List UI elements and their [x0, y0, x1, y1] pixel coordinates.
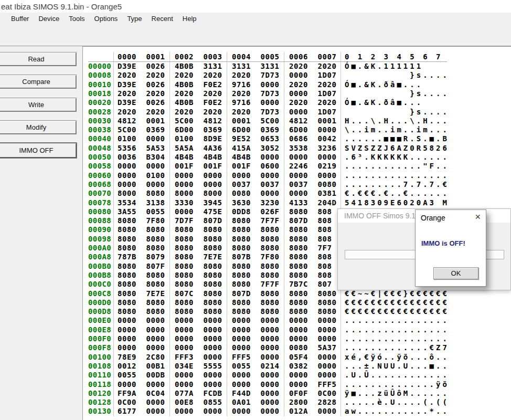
hex-cell[interactable]: 8080	[204, 225, 222, 234]
hex-cell[interactable]: 0000	[318, 125, 337, 134]
hex-cell[interactable]: 00B1	[146, 362, 165, 370]
immo-off-button[interactable]: IMMO OFF	[0, 143, 77, 158]
hex-cell[interactable]: 2020	[118, 71, 136, 79]
hex-cell[interactable]: 2020	[204, 71, 222, 79]
hex-cell[interactable]: 8080	[289, 271, 308, 279]
hex-cell[interactable]: 3A55	[118, 207, 136, 216]
hex-cell[interactable]: 0C04	[146, 389, 165, 397]
hex-cell[interactable]: 0000	[118, 326, 136, 334]
hex-cell[interactable]: 8080	[289, 207, 308, 216]
hex-cell[interactable]: 808	[318, 225, 332, 234]
ascii-cell[interactable]: .........7.7.7.€	[345, 180, 449, 188]
hex-cell[interactable]: 8080	[175, 225, 194, 234]
hex-cell[interactable]: 7D7F	[175, 216, 194, 225]
hex-cell[interactable]: 0000	[232, 326, 251, 334]
hex-cell[interactable]: 2020	[146, 89, 165, 98]
hex-cell[interactable]: 0000	[261, 407, 280, 415]
hex-cell[interactable]: 026F	[261, 207, 280, 216]
hex-cell[interactable]: 8080	[261, 225, 280, 234]
read-button[interactable]: Read	[0, 52, 77, 66]
hex-cell[interactable]: 0000	[289, 171, 308, 180]
hex-cell[interactable]: 0000	[318, 316, 337, 324]
hex-cell[interactable]: 807	[318, 280, 332, 288]
hex-cell[interactable]: 0001	[232, 117, 251, 125]
hex-cell[interactable]: 0080	[232, 189, 251, 197]
ascii-cell[interactable]: Ó■.&K.111111	[345, 62, 423, 70]
hex-cell[interactable]: B304	[146, 153, 165, 161]
hex-cell[interactable]: 5A37	[318, 343, 337, 352]
hex-cell[interactable]: 0000	[175, 180, 194, 188]
hex-cell[interactable]: 8080	[175, 271, 194, 279]
hex-cell[interactable]: 2020	[175, 89, 194, 98]
modify-button[interactable]: Modify	[0, 120, 77, 134]
hex-cell[interactable]: 1D07	[318, 89, 337, 98]
hex-cell[interactable]: 0055	[118, 371, 136, 379]
hex-cell[interactable]: 0000	[318, 326, 337, 334]
hex-cell[interactable]: 0080	[318, 180, 337, 188]
hex-cell[interactable]: 0000	[289, 326, 308, 334]
ascii-cell[interactable]: }s....	[345, 89, 449, 98]
compare-button[interactable]: Compare	[0, 75, 77, 89]
hex-cell[interactable]: 0000	[146, 326, 165, 334]
hex-cell[interactable]: 0000	[261, 380, 280, 388]
hex-cell[interactable]: 8080	[175, 280, 194, 288]
hex-cell[interactable]: 0000	[175, 407, 194, 415]
hex-cell[interactable]: 0000	[175, 207, 194, 216]
hex-cell[interactable]: 0000	[118, 380, 136, 388]
hex-cell[interactable]: 0000	[289, 153, 308, 161]
hex-cell[interactable]: 8080	[232, 307, 251, 316]
hex-cell[interactable]: FFF5	[318, 380, 337, 388]
hex-cell[interactable]: 8080	[118, 216, 136, 225]
hex-cell[interactable]: 8D9E	[204, 134, 222, 143]
menu-device[interactable]: Device	[34, 13, 64, 24]
hex-cell[interactable]: 5555	[204, 362, 222, 370]
hex-cell[interactable]: 8080	[146, 271, 165, 279]
ascii-cell[interactable]: €€€€€€€€€€€€€€€€	[345, 298, 449, 307]
hex-cell[interactable]: 0000	[289, 108, 308, 116]
hex-cell[interactable]: 2020	[289, 62, 308, 70]
hex-cell[interactable]: 3236	[318, 144, 337, 152]
hex-cell[interactable]: 0000	[204, 326, 222, 334]
hex-cell[interactable]: 1D07	[318, 108, 337, 116]
hex-cell[interactable]: 0026	[146, 98, 165, 107]
hex-cell[interactable]: 3131	[261, 62, 280, 70]
hex-cell[interactable]: 0000	[118, 334, 136, 343]
hex-cell[interactable]: 807D	[232, 289, 251, 298]
hex-cell[interactable]: 0000	[261, 326, 280, 334]
hex-cell[interactable]: 9E52	[232, 134, 251, 143]
hex-cell[interactable]: 8080	[289, 235, 308, 243]
hex-cell[interactable]: 0000	[175, 316, 194, 324]
hex-cell[interactable]: 8080	[289, 289, 308, 298]
hex-cell[interactable]: 4133	[289, 198, 308, 207]
ascii-cell[interactable]: Ó■.&K.ðâ■...	[345, 80, 423, 89]
hex-cell[interactable]: 807D	[289, 216, 308, 225]
ascii-cell[interactable]: .............€Z7	[345, 343, 449, 352]
hex-cell[interactable]: 0037	[261, 180, 280, 188]
hex-cell[interactable]: 808	[318, 207, 332, 216]
hex-cell[interactable]: 8000	[118, 189, 136, 197]
hex-cell[interactable]: 0000	[146, 343, 165, 352]
ascii-cell[interactable]: .U.Û............	[345, 371, 449, 379]
hex-cell[interactable]: 0000	[146, 398, 165, 406]
hex-cell[interactable]: 3230	[261, 198, 280, 207]
ok-button[interactable]: OK	[433, 267, 478, 279]
hex-cell[interactable]: 8080	[232, 235, 251, 243]
hex-cell[interactable]: 8080	[289, 262, 308, 270]
hex-cell[interactable]: 0369	[146, 125, 165, 134]
hex-cell[interactable]: 475E	[204, 207, 222, 216]
hex-cell[interactable]: 0037	[232, 180, 251, 188]
menu-help[interactable]: Help	[178, 13, 201, 24]
hex-cell[interactable]: 0000	[318, 407, 337, 415]
hex-cell[interactable]: 0000	[175, 326, 194, 334]
hex-cell[interactable]: F0E2	[204, 98, 222, 107]
hex-cell[interactable]: 0382	[289, 362, 308, 370]
hex-cell[interactable]: 0000	[261, 189, 280, 197]
hex-cell[interactable]: 8080	[261, 262, 280, 270]
hex-cell[interactable]: D39E	[118, 62, 136, 70]
hex-cell[interactable]: 001F	[232, 162, 251, 170]
hex-cell[interactable]: 8080	[232, 216, 251, 225]
hex-cell[interactable]: 3534	[118, 198, 136, 207]
ascii-cell[interactable]: 5418309E6020A3 M	[345, 198, 449, 207]
hex-cell[interactable]: 5C00	[175, 117, 194, 125]
hex-cell[interactable]: 2020	[232, 108, 251, 116]
